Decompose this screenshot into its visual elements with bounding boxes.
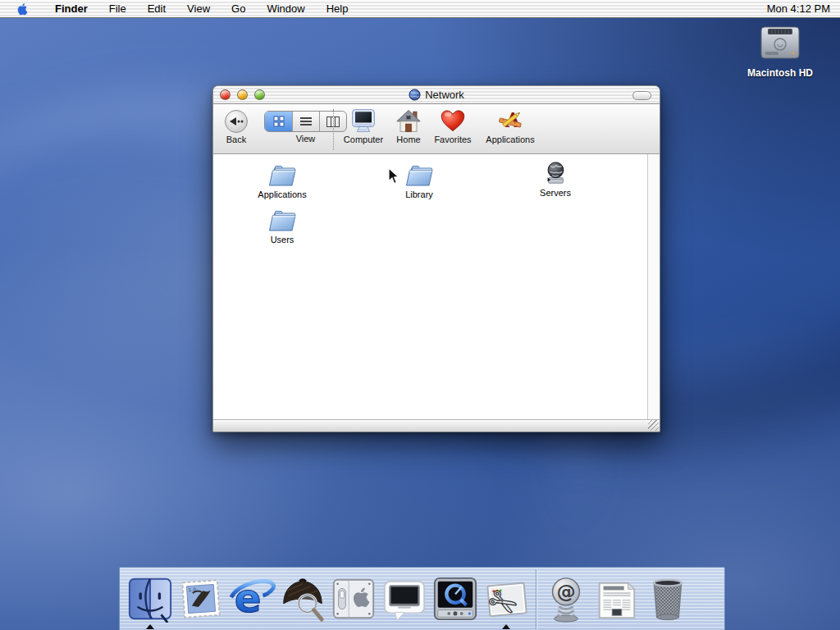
- finder-window-network: Network Back: [212, 85, 660, 432]
- grab-scissors-icon: ✄: [482, 575, 530, 623]
- sherlock-icon: [279, 575, 326, 623]
- applications-a-icon: A: [496, 108, 524, 133]
- dock-item-finder[interactable]: [125, 572, 176, 626]
- apple-menu-icon[interactable]: [16, 2, 30, 16]
- quicktime-icon: [431, 575, 479, 623]
- toolbar-shortcut-computer[interactable]: Computer: [338, 108, 389, 144]
- desktop-icon-macintosh-hd[interactable]: Macintosh HD: [742, 25, 818, 79]
- view-label: View: [296, 134, 316, 144]
- folder-applications[interactable]: Applications: [243, 162, 322, 199]
- desktop-icon-label: Macintosh HD: [742, 67, 818, 79]
- traffic-lights: [220, 89, 265, 100]
- menu-view[interactable]: View: [176, 0, 221, 18]
- back-label: Back: [226, 135, 246, 144]
- item-label: Servers: [516, 188, 595, 198]
- back-arrow-icon: [225, 110, 248, 133]
- folder-library[interactable]: Library: [380, 162, 459, 199]
- list-view-button[interactable]: [292, 112, 319, 131]
- menu-file[interactable]: File: [98, 0, 137, 18]
- dock: 1.0 e: [119, 567, 725, 630]
- running-indicator: [146, 624, 154, 629]
- home-icon: [395, 108, 422, 133]
- trash-icon: [644, 575, 692, 623]
- menu-bar: Finder File Edit View Go Window Help Mon…: [0, 0, 840, 18]
- toolbar-shortcut-favorites[interactable]: Favorites: [429, 108, 477, 144]
- folder-users[interactable]: Users: [243, 208, 322, 244]
- dock-item-system-preferences[interactable]: [328, 572, 379, 626]
- dock-item-internet-explorer[interactable]: e: [226, 572, 277, 626]
- menu-bar-clock[interactable]: Mon 4:12 PM: [767, 2, 840, 15]
- dock-item-mail[interactable]: 1.0: [176, 572, 226, 626]
- zoom-button[interactable]: [254, 89, 265, 100]
- horizontal-scrollbar[interactable]: [213, 419, 660, 431]
- window-title-text: Network: [425, 89, 464, 101]
- menu-help[interactable]: Help: [316, 0, 359, 18]
- dock-item-quicktime-player[interactable]: [430, 572, 481, 626]
- toolbar-shortcut-applications[interactable]: A Applications: [480, 108, 541, 144]
- folder-icon: [267, 162, 297, 187]
- item-label: Library: [380, 189, 459, 199]
- dock-item-grab[interactable]: ✄: [481, 572, 532, 626]
- computer-icon: [349, 108, 377, 133]
- at-spring-icon: @: [542, 575, 590, 623]
- dock-item-sherlock[interactable]: [277, 572, 328, 626]
- shortcut-label: Favorites: [434, 135, 471, 144]
- window-content-area[interactable]: Applications Library: [213, 154, 647, 419]
- close-button[interactable]: [220, 89, 231, 100]
- newspaper-icon: [593, 575, 641, 623]
- system-preferences-icon: [330, 575, 377, 623]
- dock-item-mac-com-link[interactable]: @: [541, 572, 591, 626]
- item-label: Applications: [243, 189, 322, 199]
- internet-explorer-icon: e: [228, 575, 276, 623]
- globe-server-icon: [541, 161, 570, 185]
- window-toolbar: Back: [213, 104, 660, 154]
- view-control: View: [264, 111, 347, 144]
- dock-separator: [536, 569, 536, 629]
- vertical-scrollbar[interactable]: [647, 154, 660, 419]
- hard-drive-icon: [757, 25, 803, 62]
- back-button[interactable]: Back: [225, 110, 248, 144]
- item-servers[interactable]: Servers: [516, 161, 595, 198]
- shortcut-label: Home: [396, 135, 420, 144]
- heart-icon: [439, 108, 467, 133]
- toolbar-shortcut-home[interactable]: Home: [390, 108, 427, 144]
- finder-icon: [126, 575, 174, 623]
- folder-icon: [404, 162, 434, 187]
- mail-stamp-text: 1.0: [189, 587, 197, 593]
- monitor-bubble-icon: [381, 575, 428, 623]
- toolbar-separator: [333, 109, 334, 150]
- globe-icon: [409, 89, 421, 101]
- resize-handle[interactable]: [648, 420, 659, 431]
- shortcut-label: Applications: [486, 135, 534, 144]
- toolbar-toggle-pill[interactable]: [632, 91, 651, 100]
- menu-go[interactable]: Go: [221, 0, 256, 18]
- menu-edit[interactable]: Edit: [137, 0, 176, 18]
- running-indicator: [502, 624, 510, 629]
- menu-window[interactable]: Window: [256, 0, 315, 18]
- folder-icon: [267, 208, 297, 232]
- dock-item-display-app[interactable]: [379, 572, 430, 626]
- dock-item-trash[interactable]: [642, 572, 693, 626]
- item-label: Users: [243, 235, 322, 244]
- minimize-button[interactable]: [237, 89, 248, 100]
- window-title: Network: [409, 89, 464, 101]
- window-titlebar[interactable]: Network: [213, 86, 660, 104]
- dock-item-news-document[interactable]: [591, 572, 642, 626]
- app-menu-finder[interactable]: Finder: [44, 0, 98, 18]
- icon-view-button[interactable]: [265, 112, 292, 131]
- mail-stamp-icon: 1.0: [177, 575, 225, 623]
- shortcut-label: Computer: [344, 135, 383, 144]
- svg-text:@: @: [556, 580, 575, 602]
